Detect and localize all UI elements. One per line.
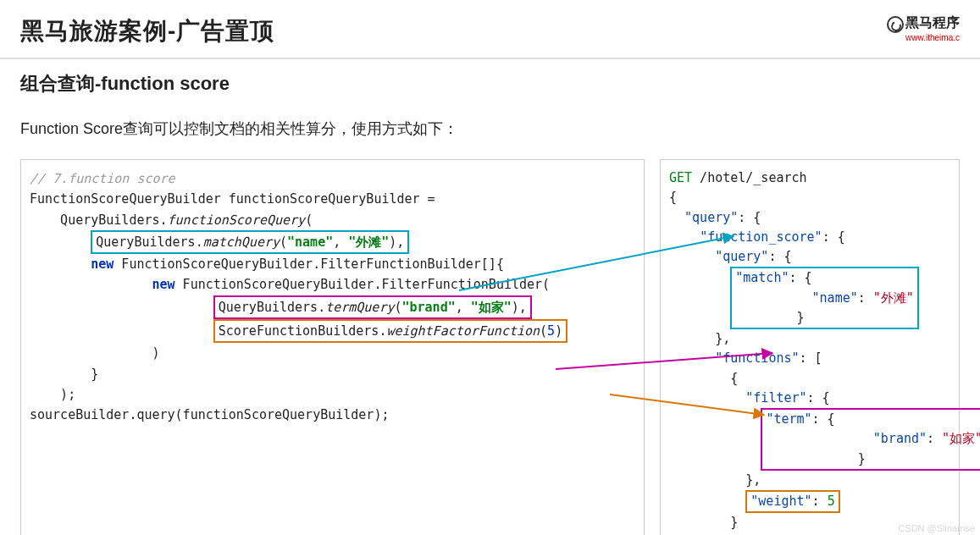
code-call: termQuery: [325, 300, 394, 315]
code-paren: (: [394, 300, 401, 315]
json-code-block: GET /hotel/_search { "query": { "functio…: [660, 159, 960, 535]
code-call: functionScoreQuery: [168, 212, 306, 228]
code-number: 5: [547, 323, 555, 339]
json-key: "name": [812, 290, 858, 306]
http-method: GET: [669, 170, 692, 185]
json-brace: }: [730, 515, 738, 530]
code-call: weightFactorFunction: [386, 323, 540, 339]
highlight-term-json: "term": { "brand": "如家" }: [761, 408, 980, 471]
json-key: "query": [684, 210, 738, 225]
code-indent: [30, 234, 91, 250]
json-brace: {: [730, 371, 738, 386]
json-colon: :: [927, 431, 942, 446]
code-line: );: [30, 387, 75, 402]
json-indent: [669, 210, 684, 225]
json-key: "brand": [873, 431, 927, 446]
code-paren: (: [305, 212, 313, 228]
code-part: FunctionScoreQueryBuilder.FilterFunction…: [114, 256, 504, 272]
code-comment: // 7.function score: [30, 171, 175, 186]
brand-logo: 黑马程序 www.itheima.c: [887, 15, 960, 42]
code-paren: ),: [512, 300, 527, 315]
section-desc: Function Score查询可以控制文档的相关性算分，使用方式如下：: [20, 119, 960, 139]
json-brace: }: [858, 451, 866, 466]
http-path: /hotel/_search: [692, 170, 806, 185]
code-line: }: [30, 367, 98, 382]
json-indent: [669, 229, 700, 245]
page-title: 黑马旅游案例-广告置顶: [20, 15, 274, 47]
code-part: QueryBuilders.: [219, 300, 325, 315]
json-brace: },: [715, 331, 730, 346]
json-punct: : {: [789, 270, 811, 285]
json-key: "function_score": [700, 229, 822, 245]
json-punct: : [: [800, 350, 822, 366]
code-line-part: QueryBuilders.: [30, 212, 168, 228]
json-key: "filter": [745, 390, 806, 405]
highlight-term-query: QueryBuilders.termQuery("brand", "如家"),: [213, 295, 532, 319]
json-indent: [669, 331, 715, 346]
code-indent: [30, 300, 213, 315]
json-indent: [669, 494, 745, 509]
java-code-block: // 7.function score FunctionScoreQueryBu…: [20, 159, 645, 535]
json-number: 5: [828, 494, 835, 509]
watermark: CSDN @Slinamse: [898, 523, 975, 533]
json-punct: : {: [768, 249, 791, 264]
highlight-weight-factor: ScoreFunctionBuilders.weightFactorFuncti…: [213, 319, 568, 343]
code-string: "brand": [402, 300, 456, 315]
code-string: "如家": [471, 300, 512, 315]
code-string: "name": [287, 234, 333, 250]
json-key: "functions": [715, 350, 799, 366]
code-part: FunctionScoreQueryBuilder.FilterFunction…: [175, 277, 551, 292]
json-brace: {: [669, 190, 677, 205]
json-indent: [735, 290, 811, 306]
code-indent: [30, 256, 91, 272]
json-brace: },: [745, 472, 761, 488]
json-colon: :: [858, 290, 873, 306]
highlight-match-json: "match": { "name": "外滩" }: [730, 267, 919, 329]
json-indent: [669, 249, 715, 264]
json-punct: : {: [738, 210, 761, 225]
json-brace: }: [797, 310, 805, 325]
logo-text: 黑马程序: [905, 15, 960, 30]
code-part: QueryBuilders.: [96, 234, 202, 250]
json-indent: [669, 472, 745, 488]
json-indent: [669, 371, 730, 386]
json-punct: : {: [822, 229, 845, 245]
logo-icon: [887, 16, 904, 33]
code-keyword: new: [91, 256, 114, 272]
json-punct: : {: [807, 390, 830, 405]
highlight-match-query: QueryBuilders.matchQuery("name", "外滩"),: [91, 230, 409, 254]
json-colon: :: [812, 494, 828, 509]
code-line: FunctionScoreQueryBuilder functionScoreQ…: [30, 191, 435, 207]
json-key: "query": [715, 249, 768, 264]
json-string: "如家": [942, 431, 980, 446]
code-indent: [30, 277, 152, 292]
logo-url: www.itheima.c: [887, 33, 960, 42]
json-indent: [735, 310, 796, 325]
json-indent: [669, 451, 761, 466]
code-line: ): [30, 345, 160, 361]
code-part: ScoreFunctionBuilders.: [219, 323, 387, 339]
json-indent: [669, 390, 745, 405]
json-punct: : {: [812, 411, 835, 427]
code-paren: (: [280, 234, 287, 250]
code-paren: ): [555, 323, 562, 339]
json-indent: [766, 451, 857, 466]
code-paren: (: [540, 323, 547, 339]
code-line: sourceBuilder.query(functionScoreQueryBu…: [30, 407, 389, 422]
section-title: 组合查询-function score: [20, 71, 960, 97]
highlight-weight-json: "weight": 5: [745, 490, 839, 513]
json-indent: [669, 515, 730, 530]
json-key: "term": [766, 411, 811, 427]
code-indent: [30, 323, 213, 339]
json-string: "外滩": [873, 290, 914, 306]
code-string: "外滩": [348, 234, 389, 250]
code-paren: ),: [389, 234, 404, 250]
json-key: "match": [735, 270, 789, 285]
code-keyword: new: [152, 277, 175, 292]
json-indent: [669, 350, 715, 366]
json-key: "weight": [750, 494, 811, 509]
json-indent: [669, 310, 730, 325]
json-indent: [766, 431, 872, 446]
code-comma: ,: [333, 234, 348, 250]
code-call: matchQuery: [203, 234, 280, 250]
